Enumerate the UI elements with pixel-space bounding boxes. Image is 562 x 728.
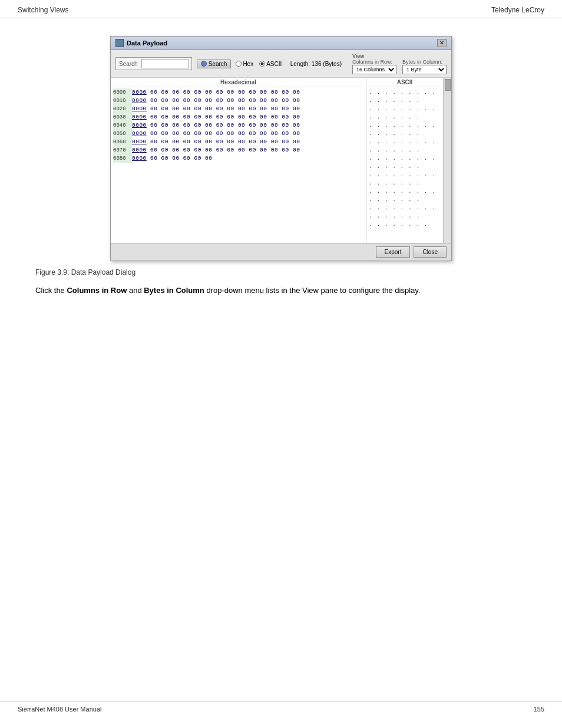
table-row: 00600000 00 00 00 00 00 00 00 00 00 00 0…: [113, 138, 363, 146]
hex-bytes: 0000 00 00 00 00 00 00 00 00 00 00 00 00…: [132, 121, 363, 130]
search-input[interactable]: [141, 59, 189, 68]
hex-bytes: 0000 00 00 00 00 00 00 00 00 00 00 00 00…: [132, 97, 363, 105]
hex-offset: 0040: [113, 121, 132, 130]
ascii-panel: ASCII . . . . . . . . . . . . . . . .. .…: [366, 78, 443, 243]
bytes-group: Bytes in Column: 1 Byte: [402, 59, 447, 74]
ascii-rows-container: . . . . . . . . . . . . . . . .. . . . .…: [369, 88, 441, 229]
hex-offset: 0030: [113, 113, 132, 121]
columns-group: Columns in Row: 16 Columns: [352, 59, 396, 74]
table-row: 00000000 00 00 00 00 00 00 00 00 00 00 0…: [113, 88, 363, 97]
hex-bytes: 0000 00 00 00 00 00 00 00 00 00 00 00 00…: [132, 130, 363, 138]
dialog-title: Data Payload: [127, 39, 167, 47]
list-item: . . . . . . . . . . . . . . . .: [369, 187, 441, 204]
table-row: 00100000 00 00 00 00 00 00 00 00 00 00 0…: [113, 97, 363, 105]
dialog-icon: [115, 39, 124, 47]
hex-panel: Hexadecimal 00000000 00 00 00 00 00 00 0…: [111, 78, 366, 243]
radio-hex-dot: [236, 61, 242, 67]
list-item: . . . . . . . . . . . . . . . .: [369, 171, 441, 187]
search-group: Search: [115, 57, 192, 70]
list-item: . . . . . . . . . . . . . . . .: [369, 88, 441, 105]
dialog-footer: Export Close: [111, 243, 451, 261]
hex-offset: 0020: [113, 105, 132, 113]
hex-offset: 0080: [113, 154, 132, 163]
hex-bytes: 0000 00 00 00 00 00 00 00 00 00 00 00 00…: [132, 138, 363, 146]
search-button[interactable]: Search: [197, 60, 232, 68]
page-header: Switching Views Teledyne LeCroy: [0, 0, 562, 18]
hex-rows-container: 00000000 00 00 00 00 00 00 00 00 00 00 0…: [113, 88, 363, 163]
radio-ascii[interactable]: ASCII: [259, 61, 282, 67]
header-right: Teledyne LeCroy: [491, 6, 544, 14]
table-row: 00300000 00 00 00 00 00 00 00 00 00 00 0…: [113, 113, 363, 121]
table-row: 00800000 00 00 00 00 00 00: [113, 154, 363, 163]
header-left: Switching Views: [18, 6, 68, 14]
figure-caption: Figure 3.9: Data Payload Dialog: [35, 268, 527, 276]
table-row: 00200000 00 00 00 00 00 00 00 00 00 00 0…: [113, 105, 363, 113]
radio-ascii-dot: [259, 61, 265, 67]
scrollbar[interactable]: [443, 78, 451, 243]
length-info: Length: 136 (Bytes): [290, 61, 342, 67]
dialog-toolbar: Search Search Hex ASCII Length: 136 (Byt…: [111, 50, 451, 78]
table-row: 00400000 00 00 00 00 00 00 00 00 00 00 0…: [113, 121, 363, 130]
hex-header: Hexadecimal: [113, 79, 363, 87]
hex-bytes: 0000 00 00 00 00 00 00 00 00 00 00 00 00…: [132, 146, 363, 154]
hex-offset: 0070: [113, 146, 132, 154]
table-row: 00500000 00 00 00 00 00 00 00 00 00 00 0…: [113, 130, 363, 138]
ascii-header: ASCII: [369, 79, 441, 87]
scrollbar-thumb[interactable]: [445, 79, 451, 91]
hex-bytes: 0000 00 00 00 00 00 00 00 00 00 00 00 00…: [132, 105, 363, 113]
view-pane: View Columns in Row: 16 Columns Bytes in…: [352, 53, 447, 74]
dialog-titlebar: Data Payload ✕: [111, 37, 451, 50]
list-item: . . . . . . . . . . . . . . . .: [369, 204, 441, 220]
body-text: Click the Columns in Row and Bytes in Co…: [35, 285, 527, 297]
footer-right: 155: [534, 706, 544, 713]
close-icon[interactable]: ✕: [437, 39, 447, 47]
search-label: Search: [119, 61, 138, 67]
titlebar-left: Data Payload: [115, 39, 167, 47]
hex-offset: 0060: [113, 138, 132, 146]
close-button[interactable]: Close: [414, 246, 447, 258]
hex-bytes: 0000 00 00 00 00 00 00 00 00 00 00 00 00…: [132, 113, 363, 121]
hex-offset: 0000: [113, 88, 132, 97]
view-pane-row: View Columns in Row: 16 Columns Bytes in…: [352, 53, 447, 74]
table-row: 00700000 00 00 00 00 00 00 00 00 00 00 0…: [113, 146, 363, 154]
search-icon: [201, 61, 207, 67]
bytes-dropdown[interactable]: 1 Byte: [402, 65, 447, 74]
list-item: . . . . . . . . . . . . . . . .: [369, 105, 441, 121]
hex-bytes: 0000 00 00 00 00 00 00 00 00 00 00 00 00…: [132, 88, 363, 97]
bold-columns: Columns in Row: [67, 286, 127, 295]
page-content: Data Payload ✕ Search Search Hex: [0, 18, 562, 314]
bytes-label: Bytes in Column:: [402, 59, 447, 65]
list-item: . . . . . . . . . . . . . . . .: [369, 121, 441, 138]
hex-offset: 0010: [113, 97, 132, 105]
dialog-body: Hexadecimal 00000000 00 00 00 00 00 00 0…: [111, 78, 451, 243]
list-item: . . . . . . . .: [369, 220, 441, 229]
data-payload-dialog: Data Payload ✕ Search Search Hex: [110, 36, 452, 261]
view-label: View: [352, 53, 364, 59]
format-radio-group: Hex ASCII: [236, 61, 282, 67]
footer-left: SierraNet M408 User Manual: [18, 706, 101, 713]
hex-offset: 0050: [113, 130, 132, 138]
page-footer: SierraNet M408 User Manual 155: [0, 701, 562, 716]
hex-bytes: 0000 00 00 00 00 00 00: [132, 154, 363, 163]
list-item: . . . . . . . . . . . . . . . .: [369, 138, 441, 154]
radio-hex[interactable]: Hex: [236, 61, 253, 67]
columns-label: Columns in Row:: [352, 59, 396, 65]
export-button[interactable]: Export: [376, 246, 411, 258]
bold-bytes: Bytes in Column: [144, 286, 204, 295]
list-item: . . . . . . . . . . . . . . . .: [369, 154, 441, 171]
columns-dropdown[interactable]: 16 Columns: [352, 65, 396, 74]
